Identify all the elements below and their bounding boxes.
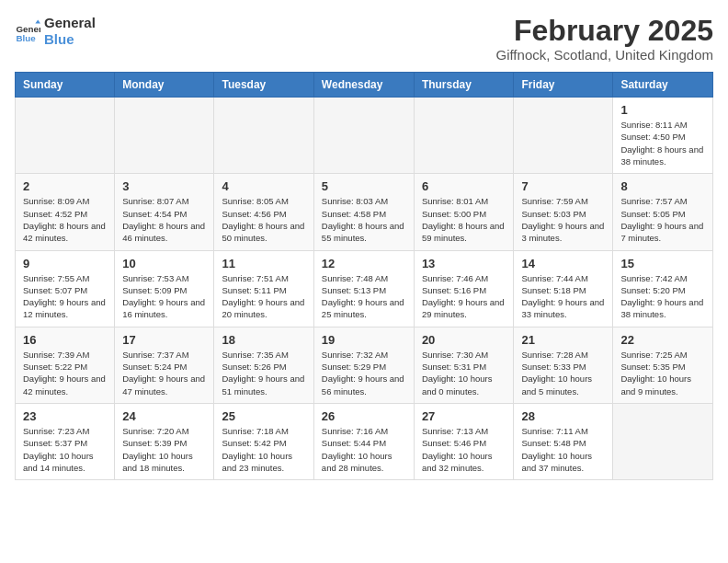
day-number: 4 [222,179,305,193]
day-number: 17 [122,333,206,347]
logo-icon: General Blue [15,18,40,44]
day-number: 10 [122,257,206,270]
calendar-cell: 12Sunrise: 7:48 AM Sunset: 5:13 PM Dayli… [313,250,414,327]
weekday-header-monday: Monday [115,73,214,98]
day-info: Sunrise: 7:11 AM Sunset: 5:48 PM Dayligh… [521,425,605,474]
calendar-cell: 6Sunrise: 8:01 AM Sunset: 5:00 PM Daylig… [414,174,514,250]
day-number: 26 [322,409,406,423]
day-number: 2 [23,179,107,193]
day-info: Sunrise: 8:07 AM Sunset: 4:54 PM Dayligh… [122,195,206,244]
day-number: 14 [521,257,605,270]
day-info: Sunrise: 7:53 AM Sunset: 5:09 PM Dayligh… [122,272,206,321]
calendar-cell: 27Sunrise: 7:13 AM Sunset: 5:46 PM Dayli… [414,403,514,479]
calendar-cell: 8Sunrise: 7:57 AM Sunset: 5:05 PM Daylig… [613,174,713,250]
day-number: 13 [422,257,506,270]
calendar-cell: 21Sunrise: 7:28 AM Sunset: 5:33 PM Dayli… [514,327,613,403]
weekday-header-thursday: Thursday [414,73,514,98]
day-number: 6 [422,179,506,193]
day-info: Sunrise: 8:01 AM Sunset: 5:00 PM Dayligh… [422,195,506,244]
day-number: 3 [122,179,206,193]
day-number: 20 [422,333,506,347]
day-info: Sunrise: 7:30 AM Sunset: 5:31 PM Dayligh… [422,349,506,397]
calendar-table: SundayMondayTuesdayWednesdayThursdayFrid… [15,72,713,480]
calendar-cell: 19Sunrise: 7:32 AM Sunset: 5:29 PM Dayli… [313,327,414,403]
day-info: Sunrise: 7:48 AM Sunset: 5:13 PM Dayligh… [322,272,406,321]
day-info: Sunrise: 7:51 AM Sunset: 5:11 PM Dayligh… [222,272,305,321]
calendar-cell: 11Sunrise: 7:51 AM Sunset: 5:11 PM Dayli… [214,250,313,327]
day-info: Sunrise: 7:44 AM Sunset: 5:18 PM Dayligh… [521,272,605,321]
calendar-cell: 26Sunrise: 7:16 AM Sunset: 5:44 PM Dayli… [313,403,414,479]
calendar-week-1: 1Sunrise: 8:11 AM Sunset: 4:50 PM Daylig… [16,98,713,174]
day-number: 21 [521,333,605,347]
page-header: General Blue General Blue February 2025 … [15,15,713,63]
calendar-cell [16,98,115,174]
day-number: 23 [23,409,107,423]
calendar-header-row: SundayMondayTuesdayWednesdayThursdayFrid… [16,73,713,98]
day-number: 24 [122,409,206,423]
day-number: 11 [222,257,305,270]
day-info: Sunrise: 8:03 AM Sunset: 4:58 PM Dayligh… [322,195,406,244]
day-info: Sunrise: 7:20 AM Sunset: 5:39 PM Dayligh… [122,425,206,474]
calendar-week-3: 9Sunrise: 7:55 AM Sunset: 5:07 PM Daylig… [16,250,713,327]
day-info: Sunrise: 8:09 AM Sunset: 4:52 PM Dayligh… [23,195,107,244]
day-number: 5 [322,179,406,193]
calendar-cell [115,98,214,174]
calendar-cell: 22Sunrise: 7:25 AM Sunset: 5:35 PM Dayli… [613,327,713,403]
day-info: Sunrise: 8:05 AM Sunset: 4:56 PM Dayligh… [222,195,305,244]
weekday-header-sunday: Sunday [16,73,115,98]
day-number: 7 [521,179,605,193]
day-number: 1 [620,103,705,117]
calendar-cell: 23Sunrise: 7:23 AM Sunset: 5:37 PM Dayli… [16,403,115,479]
logo: General Blue General Blue [15,15,96,48]
day-info: Sunrise: 7:28 AM Sunset: 5:33 PM Dayligh… [521,349,605,397]
calendar-cell [414,98,514,174]
weekday-header-tuesday: Tuesday [214,73,313,98]
day-info: Sunrise: 7:57 AM Sunset: 5:05 PM Dayligh… [620,195,705,244]
day-number: 18 [222,333,305,347]
day-number: 16 [23,333,107,347]
calendar-cell: 28Sunrise: 7:11 AM Sunset: 5:48 PM Dayli… [514,403,613,479]
calendar-week-4: 16Sunrise: 7:39 AM Sunset: 5:22 PM Dayli… [16,327,713,403]
day-info: Sunrise: 7:37 AM Sunset: 5:24 PM Dayligh… [122,349,206,397]
calendar-week-2: 2Sunrise: 8:09 AM Sunset: 4:52 PM Daylig… [16,174,713,250]
calendar-cell: 10Sunrise: 7:53 AM Sunset: 5:09 PM Dayli… [115,250,214,327]
weekday-header-saturday: Saturday [613,73,713,98]
calendar-cell: 14Sunrise: 7:44 AM Sunset: 5:18 PM Dayli… [514,250,613,327]
day-info: Sunrise: 7:59 AM Sunset: 5:03 PM Dayligh… [521,195,605,244]
calendar-cell [613,403,713,479]
day-info: Sunrise: 7:32 AM Sunset: 5:29 PM Dayligh… [322,349,406,397]
day-number: 19 [322,333,406,347]
day-info: Sunrise: 8:11 AM Sunset: 4:50 PM Dayligh… [620,119,705,167]
calendar-cell: 2Sunrise: 8:09 AM Sunset: 4:52 PM Daylig… [16,174,115,250]
calendar-cell: 7Sunrise: 7:59 AM Sunset: 5:03 PM Daylig… [514,174,613,250]
calendar-cell: 3Sunrise: 8:07 AM Sunset: 4:54 PM Daylig… [115,174,214,250]
calendar-cell: 15Sunrise: 7:42 AM Sunset: 5:20 PM Dayli… [613,250,713,327]
calendar-cell: 4Sunrise: 8:05 AM Sunset: 4:56 PM Daylig… [214,174,313,250]
day-number: 25 [222,409,305,423]
logo-general: General [44,15,96,31]
day-info: Sunrise: 7:16 AM Sunset: 5:44 PM Dayligh… [322,425,406,474]
calendar-cell: 24Sunrise: 7:20 AM Sunset: 5:39 PM Dayli… [115,403,214,479]
logo-blue: Blue [44,31,96,48]
svg-marker-2 [35,19,40,23]
calendar-cell: 25Sunrise: 7:18 AM Sunset: 5:42 PM Dayli… [214,403,313,479]
day-number: 9 [23,257,107,270]
calendar-cell: 9Sunrise: 7:55 AM Sunset: 5:07 PM Daylig… [16,250,115,327]
day-number: 15 [620,257,705,270]
calendar-subtitle: Giffnock, Scotland, United Kingdom [495,47,713,63]
calendar-cell: 1Sunrise: 8:11 AM Sunset: 4:50 PM Daylig… [613,98,713,174]
calendar-cell [514,98,613,174]
day-info: Sunrise: 7:42 AM Sunset: 5:20 PM Dayligh… [620,272,705,321]
day-number: 27 [422,409,506,423]
day-number: 28 [521,409,605,423]
day-info: Sunrise: 7:25 AM Sunset: 5:35 PM Dayligh… [620,349,705,397]
calendar-cell: 13Sunrise: 7:46 AM Sunset: 5:16 PM Dayli… [414,250,514,327]
calendar-cell [214,98,313,174]
day-info: Sunrise: 7:39 AM Sunset: 5:22 PM Dayligh… [23,349,107,397]
calendar-title: February 2025 [495,15,713,47]
weekday-header-friday: Friday [514,73,613,98]
day-info: Sunrise: 7:13 AM Sunset: 5:46 PM Dayligh… [422,425,506,474]
day-info: Sunrise: 7:35 AM Sunset: 5:26 PM Dayligh… [222,349,305,397]
calendar-title-block: February 2025 Giffnock, Scotland, United… [495,15,713,63]
calendar-cell: 20Sunrise: 7:30 AM Sunset: 5:31 PM Dayli… [414,327,514,403]
